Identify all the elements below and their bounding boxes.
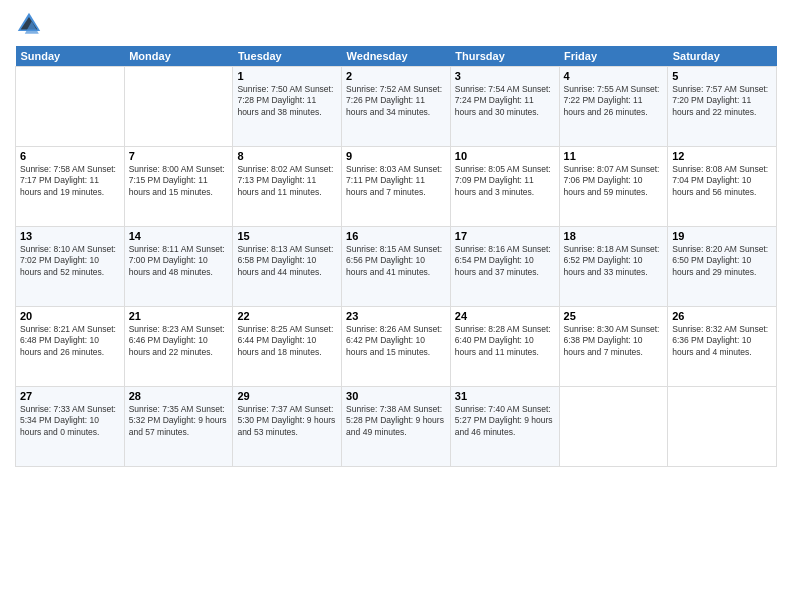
day-info: Sunrise: 7:58 AM Sunset: 7:17 PM Dayligh…: [20, 164, 120, 198]
day-number: 19: [672, 230, 772, 242]
calendar-cell: 13Sunrise: 8:10 AM Sunset: 7:02 PM Dayli…: [16, 227, 125, 307]
weekday-header: Tuesday: [233, 46, 342, 67]
calendar-cell: 25Sunrise: 8:30 AM Sunset: 6:38 PM Dayli…: [559, 307, 668, 387]
day-number: 13: [20, 230, 120, 242]
calendar-cell: 4Sunrise: 7:55 AM Sunset: 7:22 PM Daylig…: [559, 67, 668, 147]
day-number: 20: [20, 310, 120, 322]
day-info: Sunrise: 8:11 AM Sunset: 7:00 PM Dayligh…: [129, 244, 229, 278]
day-number: 11: [564, 150, 664, 162]
day-info: Sunrise: 8:23 AM Sunset: 6:46 PM Dayligh…: [129, 324, 229, 358]
day-info: Sunrise: 8:16 AM Sunset: 6:54 PM Dayligh…: [455, 244, 555, 278]
day-number: 5: [672, 70, 772, 82]
calendar-cell: 30Sunrise: 7:38 AM Sunset: 5:28 PM Dayli…: [342, 387, 451, 467]
day-number: 31: [455, 390, 555, 402]
day-number: 3: [455, 70, 555, 82]
calendar-cell: 27Sunrise: 7:33 AM Sunset: 5:34 PM Dayli…: [16, 387, 125, 467]
day-number: 18: [564, 230, 664, 242]
day-number: 27: [20, 390, 120, 402]
day-number: 14: [129, 230, 229, 242]
calendar-cell: 2Sunrise: 7:52 AM Sunset: 7:26 PM Daylig…: [342, 67, 451, 147]
calendar-cell: 17Sunrise: 8:16 AM Sunset: 6:54 PM Dayli…: [450, 227, 559, 307]
day-info: Sunrise: 8:00 AM Sunset: 7:15 PM Dayligh…: [129, 164, 229, 198]
day-info: Sunrise: 7:38 AM Sunset: 5:28 PM Dayligh…: [346, 404, 446, 438]
day-info: Sunrise: 8:10 AM Sunset: 7:02 PM Dayligh…: [20, 244, 120, 278]
day-number: 24: [455, 310, 555, 322]
calendar-cell: [124, 67, 233, 147]
day-info: Sunrise: 8:30 AM Sunset: 6:38 PM Dayligh…: [564, 324, 664, 358]
calendar-cell: 11Sunrise: 8:07 AM Sunset: 7:06 PM Dayli…: [559, 147, 668, 227]
calendar-table: SundayMondayTuesdayWednesdayThursdayFrid…: [15, 46, 777, 467]
calendar-cell: 22Sunrise: 8:25 AM Sunset: 6:44 PM Dayli…: [233, 307, 342, 387]
day-number: 4: [564, 70, 664, 82]
calendar-cell: 16Sunrise: 8:15 AM Sunset: 6:56 PM Dayli…: [342, 227, 451, 307]
calendar-cell: [16, 67, 125, 147]
weekday-header: Friday: [559, 46, 668, 67]
calendar-cell: 7Sunrise: 8:00 AM Sunset: 7:15 PM Daylig…: [124, 147, 233, 227]
calendar-cell: 5Sunrise: 7:57 AM Sunset: 7:20 PM Daylig…: [668, 67, 777, 147]
day-info: Sunrise: 8:15 AM Sunset: 6:56 PM Dayligh…: [346, 244, 446, 278]
day-number: 25: [564, 310, 664, 322]
calendar-cell: 3Sunrise: 7:54 AM Sunset: 7:24 PM Daylig…: [450, 67, 559, 147]
day-info: Sunrise: 8:02 AM Sunset: 7:13 PM Dayligh…: [237, 164, 337, 198]
calendar-cell: 8Sunrise: 8:02 AM Sunset: 7:13 PM Daylig…: [233, 147, 342, 227]
calendar-cell: 18Sunrise: 8:18 AM Sunset: 6:52 PM Dayli…: [559, 227, 668, 307]
calendar-week-row: 27Sunrise: 7:33 AM Sunset: 5:34 PM Dayli…: [16, 387, 777, 467]
calendar-cell: 12Sunrise: 8:08 AM Sunset: 7:04 PM Dayli…: [668, 147, 777, 227]
weekday-header: Wednesday: [342, 46, 451, 67]
day-info: Sunrise: 7:37 AM Sunset: 5:30 PM Dayligh…: [237, 404, 337, 438]
day-info: Sunrise: 8:28 AM Sunset: 6:40 PM Dayligh…: [455, 324, 555, 358]
calendar-cell: 31Sunrise: 7:40 AM Sunset: 5:27 PM Dayli…: [450, 387, 559, 467]
day-number: 1: [237, 70, 337, 82]
header: [15, 10, 777, 38]
day-number: 30: [346, 390, 446, 402]
calendar-cell: 19Sunrise: 8:20 AM Sunset: 6:50 PM Dayli…: [668, 227, 777, 307]
day-info: Sunrise: 7:52 AM Sunset: 7:26 PM Dayligh…: [346, 84, 446, 118]
calendar-cell: 14Sunrise: 8:11 AM Sunset: 7:00 PM Dayli…: [124, 227, 233, 307]
calendar-cell: 28Sunrise: 7:35 AM Sunset: 5:32 PM Dayli…: [124, 387, 233, 467]
day-info: Sunrise: 8:08 AM Sunset: 7:04 PM Dayligh…: [672, 164, 772, 198]
day-number: 9: [346, 150, 446, 162]
page: SundayMondayTuesdayWednesdayThursdayFrid…: [0, 0, 792, 612]
calendar-cell: 29Sunrise: 7:37 AM Sunset: 5:30 PM Dayli…: [233, 387, 342, 467]
calendar-cell: 9Sunrise: 8:03 AM Sunset: 7:11 PM Daylig…: [342, 147, 451, 227]
calendar-cell: 15Sunrise: 8:13 AM Sunset: 6:58 PM Dayli…: [233, 227, 342, 307]
calendar-cell: [668, 387, 777, 467]
day-info: Sunrise: 8:25 AM Sunset: 6:44 PM Dayligh…: [237, 324, 337, 358]
day-info: Sunrise: 7:55 AM Sunset: 7:22 PM Dayligh…: [564, 84, 664, 118]
day-number: 10: [455, 150, 555, 162]
day-number: 29: [237, 390, 337, 402]
weekday-header: Thursday: [450, 46, 559, 67]
logo-icon: [15, 10, 43, 38]
day-info: Sunrise: 7:35 AM Sunset: 5:32 PM Dayligh…: [129, 404, 229, 438]
day-number: 7: [129, 150, 229, 162]
header-row: SundayMondayTuesdayWednesdayThursdayFrid…: [16, 46, 777, 67]
day-info: Sunrise: 7:50 AM Sunset: 7:28 PM Dayligh…: [237, 84, 337, 118]
calendar-cell: 20Sunrise: 8:21 AM Sunset: 6:48 PM Dayli…: [16, 307, 125, 387]
calendar-cell: 23Sunrise: 8:26 AM Sunset: 6:42 PM Dayli…: [342, 307, 451, 387]
day-number: 17: [455, 230, 555, 242]
logo: [15, 10, 47, 38]
day-info: Sunrise: 8:21 AM Sunset: 6:48 PM Dayligh…: [20, 324, 120, 358]
day-info: Sunrise: 8:18 AM Sunset: 6:52 PM Dayligh…: [564, 244, 664, 278]
day-info: Sunrise: 7:54 AM Sunset: 7:24 PM Dayligh…: [455, 84, 555, 118]
day-info: Sunrise: 8:26 AM Sunset: 6:42 PM Dayligh…: [346, 324, 446, 358]
day-number: 15: [237, 230, 337, 242]
day-number: 6: [20, 150, 120, 162]
day-info: Sunrise: 7:40 AM Sunset: 5:27 PM Dayligh…: [455, 404, 555, 438]
weekday-header: Sunday: [16, 46, 125, 67]
day-number: 26: [672, 310, 772, 322]
calendar-week-row: 20Sunrise: 8:21 AM Sunset: 6:48 PM Dayli…: [16, 307, 777, 387]
day-number: 23: [346, 310, 446, 322]
day-info: Sunrise: 8:05 AM Sunset: 7:09 PM Dayligh…: [455, 164, 555, 198]
calendar-week-row: 13Sunrise: 8:10 AM Sunset: 7:02 PM Dayli…: [16, 227, 777, 307]
day-number: 2: [346, 70, 446, 82]
day-number: 21: [129, 310, 229, 322]
calendar-cell: 1Sunrise: 7:50 AM Sunset: 7:28 PM Daylig…: [233, 67, 342, 147]
day-number: 22: [237, 310, 337, 322]
calendar-cell: 24Sunrise: 8:28 AM Sunset: 6:40 PM Dayli…: [450, 307, 559, 387]
day-number: 28: [129, 390, 229, 402]
calendar-cell: 6Sunrise: 7:58 AM Sunset: 7:17 PM Daylig…: [16, 147, 125, 227]
calendar-week-row: 6Sunrise: 7:58 AM Sunset: 7:17 PM Daylig…: [16, 147, 777, 227]
day-info: Sunrise: 8:32 AM Sunset: 6:36 PM Dayligh…: [672, 324, 772, 358]
day-info: Sunrise: 8:13 AM Sunset: 6:58 PM Dayligh…: [237, 244, 337, 278]
